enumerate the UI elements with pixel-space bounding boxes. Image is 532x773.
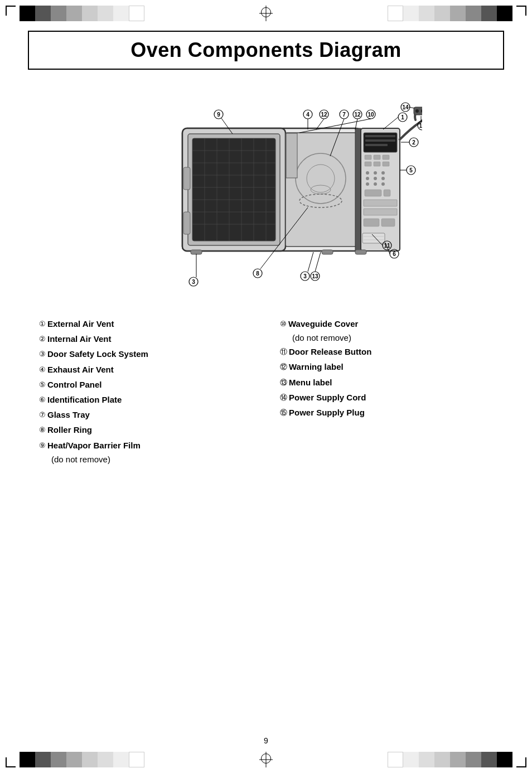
svg-line-72 — [308, 252, 313, 272]
svg-rect-24 — [286, 133, 297, 178]
item-label: Power Supply Plug — [289, 407, 365, 418]
svg-text:11: 11 — [384, 243, 390, 249]
svg-rect-49 — [364, 209, 397, 215]
svg-text:4: 4 — [306, 112, 309, 118]
svg-rect-25 — [355, 128, 361, 251]
page-title-box: Oven Components Diagram — [28, 31, 504, 70]
svg-point-37 — [366, 171, 369, 175]
svg-text:6: 6 — [393, 251, 396, 257]
col-right: ⑩ Waveguide Cover (do not remove) ⑪ Door… — [274, 318, 504, 467]
svg-text:2: 2 — [412, 139, 415, 146]
list-item: ④ Exhaust Air Vent — [39, 364, 263, 375]
svg-rect-28 — [365, 135, 395, 137]
item-label: Exhaust Air Vent — [47, 364, 114, 375]
list-item: ③ Door Safety Lock System — [39, 348, 263, 360]
list-item: ⑥ Identification Plate — [39, 394, 263, 405]
svg-point-43 — [366, 182, 369, 186]
list-item: ⑭ Power Supply Cord — [280, 392, 504, 403]
item-number: ⑮ — [280, 408, 287, 418]
svg-rect-47 — [384, 190, 390, 196]
svg-rect-33 — [383, 155, 389, 160]
svg-rect-51 — [381, 219, 395, 226]
svg-rect-29 — [365, 139, 395, 142]
svg-point-41 — [374, 177, 377, 180]
svg-line-105 — [315, 252, 321, 272]
list-item: ① External Air Vent — [39, 318, 263, 330]
item-number: ② — [39, 334, 46, 344]
svg-point-39 — [381, 171, 385, 175]
components-list: ① External Air Vent ② Internal Air Vent … — [39, 318, 504, 467]
svg-text:7: 7 — [342, 112, 346, 118]
item-label: Heat/Vapor Barrier Film — [47, 439, 141, 451]
corner-mark-tl — [6, 6, 16, 16]
diagram-area: 1 2 3 3 4 5 6 7 — [28, 78, 504, 318]
svg-rect-32 — [374, 155, 380, 160]
list-item: ⑦ Glass Tray — [39, 409, 263, 421]
item-number: ③ — [39, 349, 46, 359]
svg-text:9: 9 — [217, 112, 220, 118]
footer-bar — [20, 752, 512, 767]
item-label: Roller Ring — [47, 424, 92, 436]
page-number: 9 — [264, 736, 268, 745]
svg-rect-46 — [365, 190, 381, 196]
list-item: ⑨ Heat/Vapor Barrier Film — [39, 439, 263, 451]
item-label: Door Release Button — [289, 346, 371, 357]
svg-text:8: 8 — [256, 270, 259, 277]
list-item: ⑩ Waveguide Cover — [280, 318, 504, 330]
svg-rect-48 — [364, 200, 397, 206]
item-label: Control Panel — [47, 379, 102, 390]
svg-rect-35 — [374, 162, 380, 166]
item-label: Power Supply Cord — [289, 392, 366, 403]
svg-text:3: 3 — [192, 279, 195, 285]
svg-rect-59 — [322, 250, 333, 254]
item-label: Identification Plate — [47, 394, 122, 405]
svg-text:15: 15 — [419, 123, 422, 129]
item-number: ⑫ — [280, 362, 287, 372]
item-number: ⑪ — [280, 347, 287, 357]
col-left: ① External Air Vent ② Internal Air Vent … — [39, 318, 274, 467]
microwave-svg: 1 2 3 3 4 5 6 7 — [110, 84, 422, 307]
item-sublabel: (do not remove) — [292, 333, 504, 342]
list-item: ② Internal Air Vent — [39, 333, 263, 345]
list-item: ⑪ Door Release Button — [280, 346, 504, 357]
svg-text:5: 5 — [409, 167, 413, 173]
svg-point-42 — [381, 177, 385, 180]
svg-rect-36 — [383, 162, 389, 166]
svg-text:12: 12 — [321, 112, 327, 118]
item-number: ⑦ — [39, 410, 46, 420]
svg-rect-30 — [365, 144, 388, 146]
item-number: ⑨ — [39, 441, 46, 451]
svg-point-45 — [381, 182, 385, 186]
item-label: Warning label — [289, 361, 344, 373]
item-sublabel: (do not remove) — [51, 455, 263, 464]
svg-rect-55 — [362, 233, 385, 243]
svg-line-63 — [383, 117, 398, 129]
svg-text:10: 10 — [367, 112, 374, 118]
item-number: ⑤ — [39, 380, 46, 390]
svg-rect-3 — [192, 138, 275, 241]
svg-text:12: 12 — [354, 112, 361, 118]
corner-mark-br — [516, 757, 526, 767]
list-item: ⑤ Control Panel — [39, 379, 263, 390]
corner-mark-tr — [516, 6, 526, 16]
item-label: Waveguide Cover — [288, 318, 358, 330]
item-number: ⑧ — [39, 425, 46, 435]
svg-point-38 — [374, 171, 377, 175]
list-item: ⑬ Menu label — [280, 376, 504, 388]
svg-text:13: 13 — [312, 273, 318, 279]
page-title: Oven Components Diagram — [130, 38, 402, 61]
item-number: ⑥ — [39, 395, 46, 405]
item-label: Menu label — [289, 376, 332, 388]
list-item: ⑧ Roller Ring — [39, 424, 263, 436]
svg-rect-50 — [364, 219, 379, 226]
item-number: ① — [39, 319, 46, 329]
corner-mark-bl — [6, 757, 16, 767]
item-label: Glass Tray — [47, 409, 90, 421]
svg-rect-58 — [191, 250, 202, 254]
item-number: ⑩ — [280, 319, 287, 329]
item-number: ⑬ — [280, 378, 287, 388]
svg-point-40 — [366, 177, 369, 180]
svg-point-44 — [374, 182, 377, 186]
svg-rect-18 — [183, 212, 190, 234]
svg-text:1: 1 — [401, 114, 404, 120]
